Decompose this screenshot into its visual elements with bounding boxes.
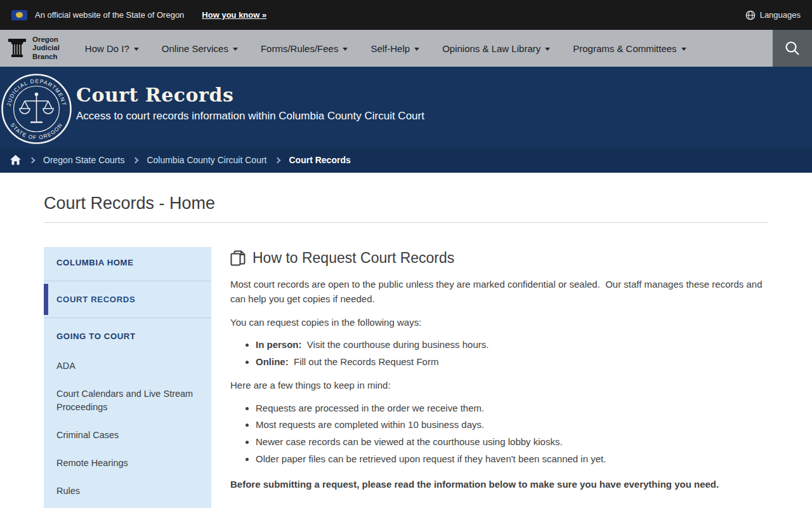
languages-button[interactable]: Languages xyxy=(745,10,801,20)
logo-text: Oregon Judicial Branch xyxy=(32,36,60,62)
bullet-list: Requests are processed in the order we r… xyxy=(230,401,768,466)
chevron-down-icon xyxy=(545,48,550,51)
nav-item-label: Opinions & Law Library xyxy=(442,43,540,54)
nav-item-label: Self-Help xyxy=(370,43,410,54)
section-heading-how-to-request-court-records: How to Request Court Records xyxy=(230,250,768,267)
list-item: Newer case records can be viewed at the … xyxy=(256,435,768,449)
nav-item-label: How Do I? xyxy=(85,43,129,54)
how-you-know-link[interactable]: How you know » xyxy=(202,10,266,20)
title-divider xyxy=(44,222,768,223)
paragraph: Here are a few things to keep in mind: xyxy=(230,378,768,392)
hero-subtitle: Access to court records information with… xyxy=(76,110,812,123)
sidebar-item-ada[interactable]: ADA xyxy=(44,352,211,380)
main-navbar: Oregon Judicial Branch How Do I?Online S… xyxy=(0,30,812,70)
bold-paragraph: Before submitting a request, please read… xyxy=(230,477,768,491)
hero-title: Court Records xyxy=(76,84,812,106)
nav-item-label: Online Services xyxy=(162,43,228,54)
languages-label: Languages xyxy=(760,10,801,20)
list-item: In person: Visit the courthouse during b… xyxy=(256,338,768,352)
sidebar-item-remote-hearings[interactable]: Remote Hearings xyxy=(44,449,211,477)
home-icon xyxy=(10,155,21,165)
main-content: How to Request Court RecordsMost court r… xyxy=(230,247,768,508)
sidebar-divider xyxy=(44,318,211,318)
breadcrumb-link-columbia-county-circuit-court[interactable]: Columbia County Circuit Court xyxy=(147,155,266,165)
sidebar-item-criminal-cases[interactable]: Criminal Cases xyxy=(44,421,211,449)
nav-item-opinions-law-library[interactable]: Opinions & Law Library xyxy=(442,43,550,54)
paragraph: You can request copies in the following … xyxy=(230,315,768,330)
ojb-logo[interactable]: Oregon Judicial Branch xyxy=(8,36,60,62)
judicial-department-seal: JUDICIAL DEPARTMENT STATE OF OREGON xyxy=(0,72,73,145)
list-item: Older paper files can be retrieved upon … xyxy=(256,452,768,466)
sidebar: COLUMBIA HOMECOURT RECORDSGOING TO COURT… xyxy=(44,247,211,508)
breadcrumb-link-oregon-state-courts[interactable]: Oregon State Courts xyxy=(43,155,124,165)
page-title: Court Records - Home xyxy=(44,194,768,213)
chevron-down-icon xyxy=(233,48,238,51)
chevron-down-icon xyxy=(134,48,139,51)
official-state-bar: An official website of the State of Oreg… xyxy=(0,0,812,30)
copy-icon xyxy=(230,250,246,267)
chevron-down-icon xyxy=(343,48,348,51)
globe-icon xyxy=(745,10,756,20)
sidebar-item-columbia-home[interactable]: COLUMBIA HOME xyxy=(44,247,211,278)
section-title: How to Request Court Records xyxy=(252,250,454,267)
nav-item-forms-rules-fees[interactable]: Forms/Rules/Fees xyxy=(261,43,348,54)
breadcrumb: Oregon State CourtsColumbia County Circu… xyxy=(0,147,812,173)
oregon-flag-icon xyxy=(11,10,27,20)
chevron-right-icon xyxy=(133,157,139,163)
sidebar-item-going-to-court[interactable]: GOING TO COURT xyxy=(44,321,211,352)
list-item: Requests are processed in the order we r… xyxy=(256,401,768,415)
list-item: Most requests are completed within 10 bu… xyxy=(256,418,768,432)
breadcrumb-current: Court Records xyxy=(289,155,350,165)
official-website-text: An official website of the State of Oreg… xyxy=(35,10,184,20)
list-item: Online: Fill out the Records Request For… xyxy=(256,355,768,369)
nav-item-self-help[interactable]: Self-Help xyxy=(370,43,419,54)
nav-item-label: Programs & Committees xyxy=(573,43,676,54)
chevron-right-icon xyxy=(29,157,36,163)
chevron-down-icon xyxy=(414,48,419,51)
nav-item-online-services[interactable]: Online Services xyxy=(162,43,238,54)
sidebar-divider xyxy=(44,281,211,281)
search-icon xyxy=(784,40,801,57)
chevron-down-icon xyxy=(681,48,686,51)
nav-item-label: Forms/Rules/Fees xyxy=(261,43,339,54)
nav-items: How Do I?Online ServicesForms/Rules/Fees… xyxy=(85,43,686,54)
search-button[interactable] xyxy=(773,30,812,67)
bullet-list: In person: Visit the courthouse during b… xyxy=(230,338,768,369)
sidebar-item-court-records[interactable]: COURT RECORDS xyxy=(44,284,211,315)
nav-item-programs-committees[interactable]: Programs & Committees xyxy=(573,43,686,54)
sidebar-item-rules[interactable]: Rules xyxy=(44,477,211,505)
hero-banner: JUDICIAL DEPARTMENT STATE OF OREGON Cour… xyxy=(0,70,812,147)
sidebar-item-court-calendars-and-live-stream-proceedings[interactable]: Court Calendars and Live Stream Proceedi… xyxy=(44,380,211,421)
paragraph: Most court records are open to the publi… xyxy=(230,277,768,307)
chevron-right-icon xyxy=(275,157,281,163)
pillar-icon xyxy=(8,38,27,58)
nav-item-how-do-i[interactable]: How Do I? xyxy=(85,43,139,54)
breadcrumb-home[interactable] xyxy=(10,155,21,165)
page-body: Court Records - Home COLUMBIA HOMECOURT … xyxy=(0,194,812,508)
